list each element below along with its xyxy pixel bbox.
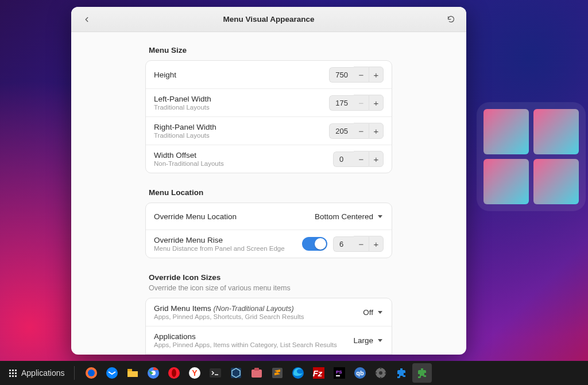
chevron-down-icon <box>378 311 382 314</box>
spin-height: 750 − + <box>329 67 384 83</box>
switch-knob <box>315 238 326 250</box>
sub-applications: Apps, Pinned Apps, Items within Category… <box>154 341 346 348</box>
spin-right-panel: 205 − + <box>329 123 384 139</box>
window-title: Menu Visual Appearance <box>223 15 314 24</box>
taskbar-terminal-icon[interactable] <box>206 363 225 383</box>
dropdown-applications-value: Large <box>353 336 373 345</box>
row-left-panel-width: Left-Panel Width Traditional Layouts 175… <box>146 88 392 116</box>
spin-override-rise-value[interactable]: 6 <box>333 236 354 252</box>
spin-left-panel: 175 − + <box>329 95 384 111</box>
row-width-offset: Width Offset Non-Traditional Layouts 0 −… <box>146 145 392 173</box>
taskbar-icons: Y Fz PS qb <box>82 363 432 383</box>
row-shortcuts: Shortcuts Directory / Application / Othe… <box>146 354 392 355</box>
spin-right-panel-minus[interactable]: − <box>354 123 369 139</box>
svg-text:Fz: Fz <box>312 368 322 378</box>
section-heading-menu-size: Menu Size <box>149 46 392 55</box>
label-grid-menu-items: Grid Menu Items (Non-Traditional Layouts… <box>154 304 356 313</box>
label-override-location: Override Menu Location <box>154 212 308 221</box>
svg-rect-12 <box>252 370 262 378</box>
sub-width-offset: Non-Traditional Layouts <box>154 160 327 167</box>
switch-override-rise[interactable] <box>302 237 327 251</box>
spin-height-minus[interactable]: − <box>354 67 369 83</box>
spin-height-plus[interactable]: + <box>369 67 384 83</box>
svg-text:Y: Y <box>192 368 198 378</box>
sub-left-panel: Traditional Layouts <box>154 104 323 111</box>
spin-width-offset-value[interactable]: 0 <box>333 151 354 167</box>
chevron-down-icon <box>378 215 382 218</box>
svg-point-7 <box>172 369 176 377</box>
svg-rect-13 <box>254 368 259 371</box>
row-right-panel-width: Right-Panel Width Traditional Layouts 20… <box>146 116 392 145</box>
spin-override-rise: 6 − + <box>333 236 384 252</box>
sub-grid-menu-items: Apps, Pinned Apps, Shortcuts, Grid Searc… <box>154 313 356 320</box>
label-left-panel: Left-Panel Width <box>154 95 323 103</box>
spin-left-panel-minus: − <box>354 95 369 111</box>
taskbar-phpstorm-icon[interactable]: PS <box>330 363 349 383</box>
taskbar-chrome-icon[interactable] <box>144 363 163 383</box>
label-height: Height <box>154 71 323 79</box>
taskbar-extension-active-icon[interactable] <box>412 363 432 383</box>
refresh-button[interactable] <box>442 11 459 28</box>
taskbar: Applications Y Fz PS qb <box>0 361 588 385</box>
svg-point-1 <box>88 370 95 376</box>
desktop-widget <box>477 102 586 211</box>
content-scroll[interactable]: Menu Size Height 750 − + Left-Panel Widt… <box>71 32 466 355</box>
applications-menu-label: Applications <box>21 368 65 378</box>
taskbar-filezilla-icon[interactable]: Fz <box>309 363 328 383</box>
chevron-down-icon <box>378 339 382 342</box>
spin-width-offset-minus[interactable]: − <box>354 151 369 167</box>
svg-rect-3 <box>127 369 132 371</box>
svg-text:qb: qb <box>356 370 364 376</box>
taskbar-firefox-icon[interactable] <box>82 363 101 383</box>
apps-grid-icon <box>9 370 17 377</box>
label-applications: Applications <box>154 332 346 341</box>
settings-window: Menu Visual Appearance Menu Size Height … <box>71 7 466 355</box>
spin-right-panel-value[interactable]: 205 <box>329 123 354 139</box>
taskbar-qbittorrent-icon[interactable]: qb <box>350 363 370 383</box>
dropdown-override-location[interactable]: Bottom Centered <box>314 210 384 223</box>
taskbar-settings-icon[interactable] <box>371 363 390 383</box>
dropdown-applications[interactable]: Large <box>352 334 384 347</box>
group-icon-sizes: Grid Menu Items (Non-Traditional Layouts… <box>145 298 392 355</box>
taskbar-opera-icon[interactable] <box>164 363 184 383</box>
group-menu-location: Override Menu Location Bottom Centered O… <box>145 203 392 258</box>
label-override-rise: Override Menu Rise <box>154 236 296 244</box>
sub-right-panel: Traditional Layouts <box>154 132 323 139</box>
section-heading-menu-location: Menu Location <box>149 188 392 197</box>
svg-rect-10 <box>210 368 221 378</box>
sub-override-rise: Menu Distance from Panel and Screen Edge <box>154 245 296 252</box>
row-override-rise: Override Menu Rise Menu Distance from Pa… <box>146 230 392 258</box>
taskbar-yandex-icon[interactable]: Y <box>185 363 204 383</box>
section-heading-icon-sizes: Override Icon Sizes <box>149 273 392 282</box>
taskbar-sublime-icon[interactable] <box>268 363 287 383</box>
spin-width-offset-plus[interactable]: + <box>369 151 384 167</box>
spin-left-panel-plus[interactable]: + <box>369 95 384 111</box>
dropdown-override-location-value: Bottom Centered <box>315 212 373 221</box>
taskbar-virtualbox-icon[interactable] <box>226 363 246 383</box>
applications-menu-button[interactable]: Applications <box>3 365 71 381</box>
spin-left-panel-value[interactable]: 175 <box>329 95 354 111</box>
taskbar-edge-icon[interactable] <box>288 363 308 383</box>
spin-override-rise-plus[interactable]: + <box>369 236 384 252</box>
row-grid-menu-items: Grid Menu Items (Non-Traditional Layouts… <box>146 298 392 326</box>
svg-point-24 <box>379 371 382 375</box>
taskbar-thunderbird-icon[interactable] <box>102 363 122 383</box>
spin-right-panel-plus[interactable]: + <box>369 123 384 139</box>
dropdown-grid-menu-items[interactable]: Off <box>362 306 384 319</box>
taskbar-software-icon[interactable] <box>247 363 266 383</box>
taskbar-files-icon[interactable] <box>123 363 142 383</box>
spin-height-value[interactable]: 750 <box>329 67 354 83</box>
row-override-location: Override Menu Location Bottom Centered <box>146 203 392 230</box>
spin-width-offset: 0 − + <box>333 151 384 167</box>
section-sub-icon-sizes: Override the icon size of various menu i… <box>149 284 392 292</box>
back-button[interactable] <box>78 11 95 28</box>
label-right-panel: Right-Panel Width <box>154 123 323 131</box>
taskbar-separator <box>74 366 75 380</box>
row-height: Height 750 − + <box>146 61 392 88</box>
svg-rect-20 <box>336 375 340 376</box>
titlebar: Menu Visual Appearance <box>71 7 466 32</box>
taskbar-extension-icon[interactable] <box>392 363 411 383</box>
label-width-offset: Width Offset <box>154 151 327 160</box>
spin-override-rise-minus[interactable]: − <box>354 236 369 252</box>
refresh-icon <box>447 15 455 24</box>
